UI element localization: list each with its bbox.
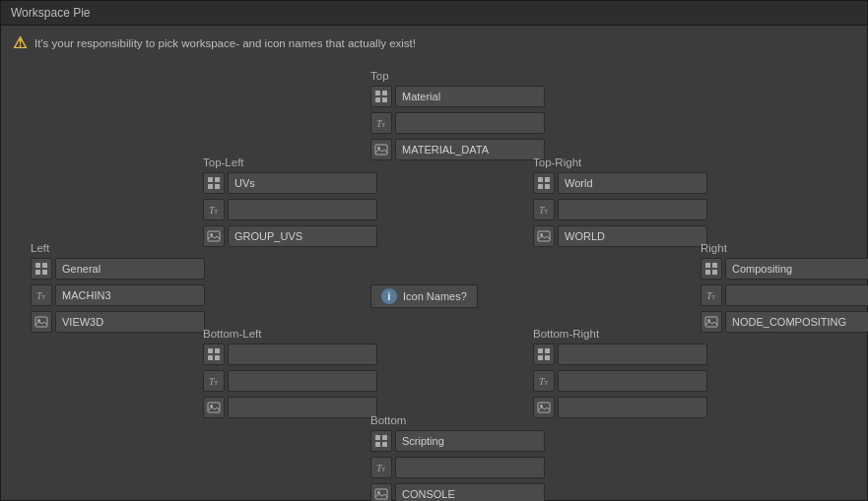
svg-point-47	[210, 405, 213, 407]
top-section: Top T	[370, 70, 545, 163]
top-right-workspace-input[interactable]	[558, 172, 707, 194]
bottom-row-3	[370, 483, 545, 501]
bottom-left-label: Bottom-Left	[203, 328, 377, 340]
left-workspace-input[interactable]	[55, 258, 205, 280]
bottom-left-icon-input[interactable]	[228, 397, 377, 418]
svg-rect-18	[538, 184, 543, 189]
bottom-left-icon-grid-1[interactable]	[203, 344, 225, 365]
bottom-label-input[interactable]	[395, 457, 545, 478]
bottom-right-label: Bottom-Right	[533, 328, 707, 340]
bottom-right-input-group: T T	[533, 344, 707, 421]
svg-rect-30	[35, 317, 47, 327]
bottom-left-icon-text-2[interactable]: T T	[203, 370, 225, 392]
top-left-icon-text-2[interactable]: T T	[203, 199, 225, 220]
svg-rect-48	[538, 348, 543, 353]
svg-rect-49	[545, 348, 550, 353]
left-label-input[interactable]	[55, 284, 205, 306]
svg-text:T: T	[381, 466, 386, 473]
bottom-icon-grid-1[interactable]	[370, 430, 392, 452]
svg-rect-9	[215, 177, 220, 182]
right-section: Right T	[701, 242, 868, 336]
svg-rect-19	[545, 184, 550, 189]
svg-rect-57	[382, 435, 387, 440]
svg-rect-34	[705, 270, 710, 275]
left-icon-input[interactable]	[55, 311, 205, 333]
svg-rect-0	[375, 91, 380, 95]
main-content: Top T	[1, 60, 867, 501]
svg-text:T: T	[544, 379, 549, 387]
top-right-icon-input[interactable]	[558, 225, 707, 247]
top-icon-grid-1[interactable]	[370, 86, 392, 107]
top-row-2: T T	[370, 112, 545, 134]
svg-rect-42	[208, 355, 213, 360]
right-row-3	[701, 311, 868, 333]
bottom-right-workspace-input[interactable]	[558, 344, 707, 365]
right-label: Right	[701, 242, 868, 254]
right-icon-input[interactable]	[725, 311, 868, 333]
top-row-3	[370, 139, 545, 160]
bottom-left-label-input[interactable]	[228, 370, 377, 392]
left-icon-text-2[interactable]: T T	[31, 284, 52, 306]
left-icon-image-3[interactable]	[31, 311, 52, 333]
top-right-icon-text-2[interactable]: T T	[533, 199, 555, 220]
top-icon-text-2[interactable]: T T	[370, 112, 392, 134]
top-left-icon-image-3[interactable]	[203, 225, 225, 247]
svg-rect-8	[208, 177, 213, 182]
bottom-right-icon-text-2[interactable]: T T	[533, 370, 555, 392]
svg-rect-2	[375, 97, 380, 102]
bottom-workspace-input[interactable]	[395, 430, 545, 452]
bottom-right-icon-input[interactable]	[558, 397, 707, 418]
top-left-input-group: T T	[203, 172, 377, 250]
bottom-right-label-input[interactable]	[558, 370, 707, 392]
title-text: Workspace Pie	[11, 6, 90, 20]
svg-rect-16	[538, 177, 543, 182]
svg-rect-43	[215, 355, 220, 360]
svg-rect-33	[712, 263, 717, 268]
svg-text:T: T	[544, 208, 549, 216]
bottom-row-1	[370, 430, 545, 452]
left-input-group: T T	[31, 258, 205, 336]
svg-point-31	[37, 319, 40, 322]
bottom-left-row-1	[203, 344, 377, 365]
left-row-3	[31, 311, 205, 333]
svg-point-15	[210, 233, 213, 236]
workspace-pie-panel: Workspace Pie ⚠ It's your responsibility…	[0, 0, 868, 501]
top-right-row-3	[533, 225, 707, 247]
bottom-icon-text-2[interactable]: T T	[370, 457, 392, 478]
top-right-section: Top-Right	[533, 157, 707, 250]
svg-rect-35	[712, 270, 717, 275]
info-icon: i	[381, 288, 397, 304]
bottom-left-icon-image-3[interactable]	[203, 397, 225, 418]
top-left-icon-grid-1[interactable]	[203, 172, 225, 194]
top-right-icon-grid-1[interactable]	[533, 172, 555, 194]
left-icon-grid-1[interactable]	[31, 258, 52, 280]
icon-names-button[interactable]: i Icon Names?	[370, 284, 478, 308]
top-right-label-input[interactable]	[558, 199, 707, 220]
right-icon-text-2[interactable]: T T	[701, 284, 722, 306]
svg-rect-27	[42, 270, 47, 275]
top-right-icon-image-3[interactable]	[533, 225, 555, 247]
right-icon-grid-1[interactable]	[701, 258, 722, 280]
bottom-left-input-group: T T	[203, 344, 377, 421]
bottom-right-icon-grid-1[interactable]	[533, 344, 555, 365]
top-left-icon-input[interactable]	[228, 225, 377, 247]
top-left-label-input[interactable]	[228, 199, 377, 220]
top-left-workspace-input[interactable]	[228, 172, 377, 194]
right-label-input[interactable]	[725, 284, 868, 306]
svg-rect-17	[545, 177, 550, 182]
svg-point-23	[540, 233, 543, 236]
svg-rect-10	[208, 184, 213, 189]
bottom-left-workspace-input[interactable]	[228, 344, 377, 365]
bottom-left-row-3	[203, 397, 377, 418]
bottom-icon-input[interactable]	[395, 483, 545, 501]
bottom-icon-image-3[interactable]	[370, 483, 392, 501]
svg-point-39	[707, 319, 710, 322]
right-row-1	[701, 258, 868, 280]
right-workspace-input[interactable]	[725, 258, 868, 280]
svg-rect-56	[375, 435, 380, 440]
top-icon-input[interactable]	[395, 139, 545, 160]
top-label-input[interactable]	[395, 112, 545, 134]
bottom-section: Bottom T	[370, 414, 545, 501]
top-workspace-input[interactable]	[395, 86, 545, 107]
svg-text:T: T	[381, 121, 386, 129]
